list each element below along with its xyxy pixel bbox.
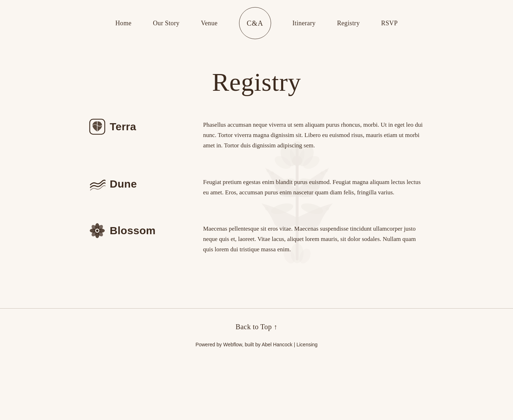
page-title: Registry bbox=[0, 68, 513, 97]
svg-point-16 bbox=[320, 171, 324, 175]
svg-point-9 bbox=[270, 201, 295, 216]
svg-point-19 bbox=[326, 207, 329, 210]
svg-point-6 bbox=[292, 156, 302, 166]
credits-middle: , built by bbox=[242, 342, 261, 347]
blossom-description: Maecenas pellentesque sit eros vitae. Ma… bbox=[203, 222, 424, 255]
navigation: Home Our Story Venue C&A Itinerary Regis… bbox=[0, 0, 513, 46]
author-link[interactable]: Abel Hancock bbox=[261, 342, 292, 347]
svg-point-18 bbox=[265, 207, 269, 210]
nav-registry[interactable]: Registry bbox=[337, 20, 360, 27]
svg-point-4 bbox=[273, 153, 293, 171]
footer: Back to Top ↑ Powered by Webflow, built … bbox=[0, 308, 513, 362]
blossom-icon bbox=[89, 222, 105, 239]
registry-item-blossom: Blossom Maecenas pellentesque sit eros v… bbox=[89, 222, 424, 255]
dune-logo[interactable]: Dune bbox=[89, 176, 203, 192]
terra-description: Phasellus accumsan neque viverra ut sem … bbox=[203, 119, 424, 151]
webflow-link[interactable]: Webflow bbox=[223, 342, 242, 347]
svg-point-30 bbox=[96, 230, 99, 232]
dune-description: Feugiat pretium egestas enim blandit pur… bbox=[203, 176, 424, 198]
terra-icon bbox=[89, 119, 105, 135]
nav-rsvp[interactable]: RSVP bbox=[381, 20, 398, 27]
terra-name: Terra bbox=[110, 121, 136, 133]
terra-logo[interactable]: Terra bbox=[89, 119, 203, 135]
licensing-link[interactable]: Licensing bbox=[296, 342, 317, 347]
registry-item-terra: Terra Phasellus accumsan neque viverra u… bbox=[89, 119, 424, 151]
nav-logo[interactable]: C&A bbox=[239, 7, 271, 39]
svg-point-10 bbox=[300, 201, 325, 216]
svg-point-17 bbox=[325, 169, 328, 172]
blossom-name: Blossom bbox=[110, 225, 156, 237]
blossom-logo[interactable]: Blossom bbox=[89, 222, 203, 239]
nav-home[interactable]: Home bbox=[115, 20, 131, 27]
dune-icon bbox=[89, 176, 105, 192]
nav-venue[interactable]: Venue bbox=[201, 20, 218, 27]
svg-point-15 bbox=[266, 169, 269, 172]
dune-name: Dune bbox=[110, 178, 137, 190]
main-content: Registry bbox=[0, 46, 513, 308]
credits-separator: | bbox=[292, 342, 296, 347]
nav-links: Home Our Story Venue C&A Itinerary Regis… bbox=[0, 7, 513, 39]
credits-prefix: Powered by bbox=[196, 342, 223, 347]
nav-itinerary[interactable]: Itinerary bbox=[292, 20, 316, 27]
nav-our-story[interactable]: Our Story bbox=[153, 20, 180, 27]
footer-credits: Powered by Webflow, built by Abel Hancoc… bbox=[0, 342, 513, 362]
registry-item-dune: Dune Feugiat pretium egestas enim blandi… bbox=[89, 176, 424, 198]
svg-point-14 bbox=[270, 171, 274, 175]
registry-section: Terra Phasellus accumsan neque viverra u… bbox=[61, 119, 452, 255]
svg-point-5 bbox=[301, 153, 322, 171]
back-to-top-button[interactable]: Back to Top ↑ bbox=[0, 309, 513, 342]
